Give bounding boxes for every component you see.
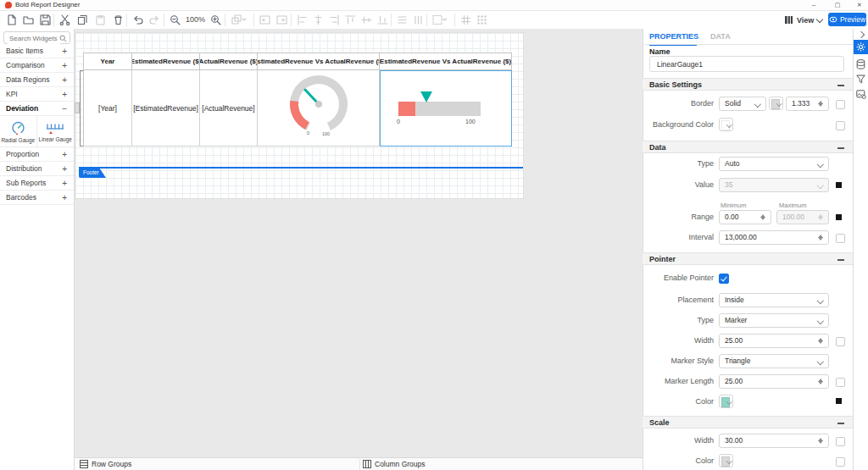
report-table[interactable]: Year EstimatedRevenue ($) ActualRevenue …	[83, 53, 512, 147]
border-expression-checkbox[interactable]	[836, 100, 845, 109]
align-right-icon[interactable]	[326, 12, 342, 28]
section-data[interactable]: Data	[643, 141, 853, 153]
search-input[interactable]	[8, 32, 60, 45]
collapse-icon[interactable]	[837, 259, 844, 261]
filter-panel-icon[interactable]	[854, 73, 868, 86]
view-dropdown[interactable]: View	[784, 13, 822, 27]
category-sub-reports[interactable]: Sub Reports+	[0, 176, 74, 191]
border-color-swatch[interactable]	[769, 97, 783, 110]
data-panel-icon[interactable]	[854, 58, 868, 70]
range-minimum-stepper[interactable]: 0.00	[719, 210, 771, 224]
maximize-button[interactable]: ▢	[831, 0, 844, 9]
zoom-in-icon[interactable]	[208, 12, 224, 28]
widget-linear-gauge[interactable]: Linear Gauge	[37, 116, 75, 147]
radial-gauge-widget[interactable]: 0 100	[285, 72, 353, 145]
category-kpi[interactable]: KPI+	[0, 87, 74, 102]
delete-icon[interactable]	[110, 12, 126, 28]
category-barcodes[interactable]: Barcodes+	[0, 191, 74, 205]
value-expression-button[interactable]	[836, 182, 842, 188]
align-middle-icon[interactable]	[359, 12, 375, 28]
save-icon[interactable]	[37, 12, 53, 28]
border-style-select[interactable]: Solid	[719, 97, 766, 111]
zoom-out-icon[interactable]	[167, 12, 183, 28]
image-settings-panel-icon[interactable]	[854, 88, 868, 101]
table-header-year[interactable]: Year	[84, 53, 132, 70]
category-comparison[interactable]: Comparison+	[0, 58, 74, 73]
cut-icon[interactable]	[57, 12, 73, 28]
show-grid-icon[interactable]	[474, 12, 490, 28]
footer-band-line[interactable]	[79, 167, 523, 169]
section-pointer[interactable]: Pointer	[643, 252, 853, 265]
range-expression-button[interactable]	[836, 214, 842, 220]
pointer-color-swatch[interactable]	[719, 395, 733, 408]
background-color-swatch[interactable]	[719, 118, 733, 131]
collapse-icon[interactable]	[837, 423, 844, 424]
minimize-button[interactable]: –	[807, 0, 821, 9]
category-deviation[interactable]: Deviation−	[0, 102, 74, 116]
new-report-icon[interactable]	[3, 12, 19, 28]
distribute-vertical-icon[interactable]	[410, 12, 426, 28]
interval-stepper[interactable]: 13,000.00	[719, 230, 829, 245]
copy-icon[interactable]	[75, 12, 91, 28]
category-data-regions[interactable]: Data Regions+	[0, 73, 74, 87]
distribute-horizontal-icon[interactable]	[394, 12, 410, 28]
marker-length-stepper[interactable]: 25.00	[719, 374, 829, 389]
scale-width-stepper[interactable]: 30.00	[719, 434, 829, 448]
pointer-color-expression-button[interactable]	[836, 398, 842, 404]
align-top-icon[interactable]	[342, 12, 359, 28]
table-cell-radial-gauge[interactable]: 0 100	[258, 70, 380, 147]
widget-radial-gauge[interactable]: Radial Gauge	[0, 116, 37, 147]
category-distribution[interactable]: Distribution+	[0, 162, 74, 176]
category-basic-items[interactable]: Basic Items+	[0, 44, 74, 58]
widget-search[interactable]	[3, 31, 70, 44]
border-width-stepper[interactable]: 1.333	[786, 97, 829, 111]
table-header-est-vs-actual-1[interactable]: EstimatedRevenue Vs ActualRevenue ($)	[258, 53, 380, 70]
redo-icon[interactable]	[147, 12, 163, 28]
table-header-actual-revenue[interactable]: ActualRevenue ($)	[200, 53, 258, 70]
paste-icon[interactable]	[92, 12, 108, 28]
table-cell-year[interactable]: [Year]	[84, 70, 132, 147]
table-cell-actual-revenue[interactable]: [ActualRevenue]	[200, 70, 258, 147]
scale-color-swatch[interactable]	[719, 454, 733, 467]
open-report-icon[interactable]	[20, 12, 36, 28]
collapse-panel-icon[interactable]	[858, 31, 865, 38]
row-groups[interactable]: Row Groups	[80, 460, 131, 468]
row-handle[interactable]	[75, 102, 80, 113]
close-button[interactable]: ✕	[853, 0, 866, 9]
placement-select[interactable]: Inside	[719, 293, 829, 307]
snap-to-grid-icon[interactable]	[458, 12, 474, 28]
scale-color-checkbox[interactable]	[836, 457, 845, 467]
layers-dropdown-icon[interactable]	[229, 12, 249, 28]
align-bottom-icon[interactable]	[375, 12, 391, 28]
pointer-width-stepper[interactable]: 25.00	[719, 334, 829, 348]
align-center-icon[interactable]	[310, 12, 326, 28]
table-cell-estimated-revenue[interactable]: [EstimatedRevenue]	[132, 70, 200, 147]
marker-style-select[interactable]: Triangle	[719, 354, 829, 368]
tab-data[interactable]: DATA	[710, 29, 736, 44]
data-type-select[interactable]: Auto	[719, 157, 829, 171]
category-proportion[interactable]: Proportion+	[0, 147, 74, 162]
enable-pointer-checkbox[interactable]	[719, 274, 729, 284]
tab-properties[interactable]: PROPERTIES	[649, 29, 697, 46]
table-header-est-vs-actual-2[interactable]: EstimatedRevenue Vs ActualRevenue ($)	[380, 53, 512, 70]
table-header-estimated-revenue[interactable]: EstimatedRevenue ($)	[132, 53, 200, 70]
pointer-type-select[interactable]: Marker	[719, 313, 829, 328]
range-maximum-stepper[interactable]: 100.00	[776, 210, 829, 224]
properties-gear-icon[interactable]	[854, 40, 868, 54]
insert-columns-right-icon[interactable]	[274, 12, 290, 28]
section-scale[interactable]: Scale	[643, 416, 853, 429]
scale-width-checkbox[interactable]	[836, 437, 845, 446]
pointer-width-checkbox[interactable]	[836, 337, 845, 346]
value-select[interactable]: 35	[719, 178, 829, 192]
preview-button[interactable]: Preview	[828, 13, 866, 26]
collapse-icon[interactable]	[837, 147, 844, 149]
linear-gauge-pointer-marker[interactable]	[420, 91, 432, 102]
insert-columns-left-icon[interactable]	[257, 12, 273, 28]
column-groups[interactable]: Column Groups	[363, 460, 426, 468]
interval-expression-checkbox[interactable]	[836, 234, 845, 243]
align-left-icon[interactable]	[294, 12, 310, 28]
marker-length-checkbox[interactable]	[836, 378, 845, 387]
undo-icon[interactable]	[130, 12, 146, 28]
background-expression-checkbox[interactable]	[836, 121, 845, 130]
select-mode-dropdown-icon[interactable]	[430, 12, 450, 28]
